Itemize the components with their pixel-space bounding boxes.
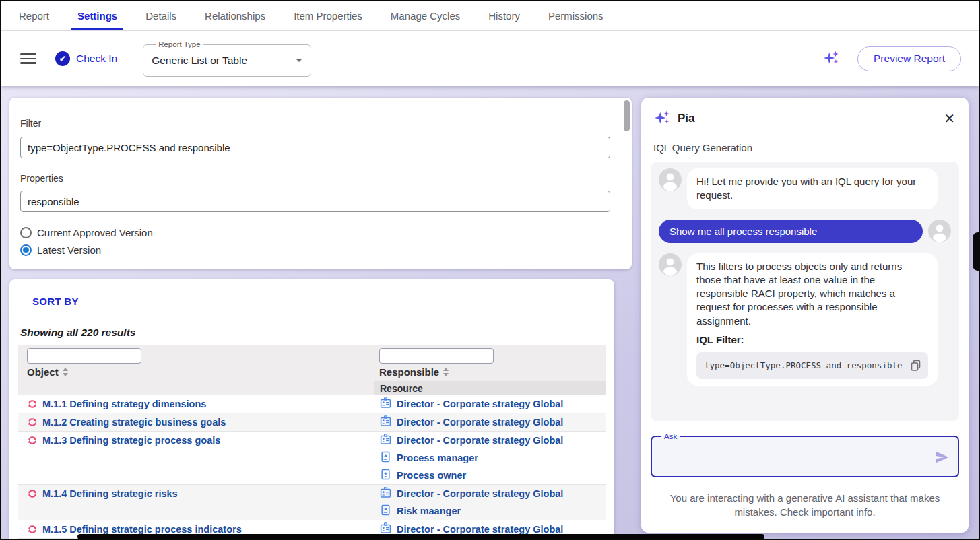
- sort-icon: [63, 368, 68, 376]
- close-icon[interactable]: ✕: [944, 112, 955, 125]
- object-cell: M.1.4 Defining strategic risks: [18, 485, 374, 520]
- copy-icon[interactable]: [909, 359, 923, 372]
- object-column-header[interactable]: Object: [27, 366, 68, 378]
- object-cell: M.1.1 Defining strategy dimensions: [18, 395, 374, 413]
- process-icon: [27, 399, 38, 409]
- chat-area: Hi! Let me provide you with an IQL query…: [651, 162, 959, 421]
- tab-settings[interactable]: Settings: [77, 1, 117, 30]
- badge-icon: [380, 487, 391, 501]
- responsible-cell: Director - Corporate strategy Global Ris…: [374, 485, 606, 520]
- pia-panel: Pia ✕ IQL Query Generation Hi! Let me pr…: [641, 98, 969, 533]
- send-icon[interactable]: [934, 449, 950, 465]
- object-link[interactable]: M.1.1 Defining strategy dimensions: [42, 395, 206, 413]
- person-doc-icon: [380, 451, 391, 465]
- object-cell: M.1.3 Defining strategic process goals: [18, 432, 374, 484]
- responsible-link[interactable]: Risk maanger: [397, 506, 461, 516]
- responsible-entry: Process manager: [374, 449, 606, 467]
- radio-icon: [20, 227, 32, 238]
- person-doc-icon: [380, 504, 391, 518]
- preview-report-button[interactable]: Preview Report: [857, 46, 961, 71]
- user-avatar: [928, 220, 951, 242]
- responsible-link[interactable]: Process manager: [397, 452, 478, 463]
- message-text: This filters to process objects only and…: [696, 261, 902, 327]
- object-link[interactable]: M.1.2 Creating strategic business goals: [42, 413, 226, 431]
- assistant-message: This filters to process objects only and…: [659, 253, 951, 386]
- table-row: M.1.4 Defining strategic risks Director …: [18, 485, 606, 520]
- iql-filter-label: IQL Filter:: [696, 333, 928, 347]
- responsible-entry: Risk maanger: [374, 502, 606, 520]
- object-filter-input[interactable]: [27, 348, 141, 364]
- pia-header: Pia ✕: [641, 98, 969, 127]
- responsible-link[interactable]: Director - Corporate strategy Global: [397, 524, 563, 535]
- table-row: M.1.2 Creating strategic business goals …: [18, 413, 606, 432]
- resource-subheader: Resource: [374, 381, 606, 395]
- main-content: Filter Properties Current Approved Versi…: [1, 86, 979, 539]
- responsible-link[interactable]: Director - Corporate strategy Global: [397, 488, 563, 499]
- table-body: M.1.1 Defining strategy dimensions Direc…: [18, 395, 606, 539]
- sort-by-button[interactable]: SORT BY: [32, 296, 79, 307]
- responsible-filter-input[interactable]: [379, 348, 494, 364]
- responsible-link[interactable]: Director - Corporate strategy Global: [397, 399, 563, 409]
- ask-label: Ask: [661, 432, 680, 440]
- responsible-entry: Process owner: [374, 467, 606, 484]
- object-link[interactable]: M.1.3 Defining strategic process goals: [42, 432, 220, 449]
- responsible-entry: Director - Corporate strategy Global: [374, 432, 606, 449]
- check-in-button[interactable]: ✔ Check In: [55, 51, 117, 66]
- results-summary: Showing all 220 results: [20, 327, 135, 339]
- report-type-label: Report Type: [156, 40, 203, 48]
- toolbar: ✔ Check In Report Type Generic List or T…: [1, 31, 979, 86]
- iql-code-chip: type=ObjectType.PROCESS and responsible: [696, 352, 928, 379]
- assistant-avatar: [659, 253, 682, 276]
- user-message: Show me all process responsible: [659, 220, 951, 243]
- responsible-entry: Director - Corporate strategy Global: [374, 413, 606, 431]
- filter-input[interactable]: [20, 137, 610, 158]
- badge-icon: [380, 415, 391, 430]
- tab-item-properties[interactable]: Item Properties: [294, 1, 362, 30]
- radio-icon: [20, 244, 32, 256]
- object-link[interactable]: M.1.4 Defining strategic risks: [42, 485, 178, 502]
- results-card: SORT BY Showing all 220 results Object R…: [9, 279, 614, 539]
- process-icon: [27, 435, 38, 446]
- side-drawer-handle[interactable]: [973, 232, 979, 271]
- radio-current-approved-version[interactable]: Current Approved Version: [20, 227, 153, 238]
- radio-latest-version[interactable]: Latest Version: [20, 244, 101, 256]
- message-text: Hi! Let me provide you with an IQL query…: [696, 176, 916, 201]
- responsible-cell: Director - Corporate strategy Global: [374, 395, 606, 413]
- tab-manage-cycles[interactable]: Manage Cycles: [391, 1, 460, 30]
- report-type-value: Generic List or Table: [152, 55, 247, 67]
- pia-subtitle: IQL Query Generation: [653, 142, 969, 154]
- table-row: M.1.1 Defining strategy dimensions Direc…: [18, 395, 606, 413]
- responsible-entry: Director - Corporate strategy Global: [374, 485, 606, 502]
- properties-input[interactable]: [20, 191, 610, 212]
- filter-card: Filter Properties Current Approved Versi…: [9, 98, 632, 269]
- badge-icon: [380, 434, 391, 448]
- object-cell: M.1.2 Creating strategic business goals: [18, 413, 374, 431]
- tab-report[interactable]: Report: [19, 1, 49, 30]
- table-header: Object Responsible Resource: [18, 345, 606, 395]
- tab-details[interactable]: Details: [145, 1, 176, 30]
- iql-code: type=ObjectType.PROCESS and responsible: [705, 360, 903, 372]
- responsible-link[interactable]: Director - Corporate strategy Global: [397, 435, 563, 446]
- assistant-avatar: [659, 168, 682, 191]
- tab-relationships[interactable]: Relationships: [205, 1, 265, 30]
- check-circle-icon: ✔: [55, 51, 70, 66]
- pia-title: Pia: [678, 112, 695, 125]
- ask-input[interactable]: [657, 442, 921, 473]
- scrollbar[interactable]: [624, 100, 630, 141]
- responsible-link[interactable]: Director - Corporate strategy Global: [397, 417, 563, 428]
- tab-permissions[interactable]: Permissions: [548, 1, 603, 30]
- app-window: Report Settings Details Relationships It…: [0, 0, 980, 540]
- person-doc-icon: [380, 469, 391, 483]
- bottom-scrollbar[interactable]: [77, 534, 764, 539]
- assistant-message: Hi! Let me provide you with an IQL query…: [659, 168, 951, 209]
- tab-history[interactable]: History: [488, 1, 520, 30]
- process-icon: [27, 524, 38, 535]
- ask-field: Ask: [651, 432, 959, 477]
- ai-sparkle-icon[interactable]: [822, 50, 840, 67]
- menu-icon[interactable]: [20, 53, 36, 64]
- responsible-column-header[interactable]: Responsible: [379, 366, 449, 378]
- report-type-select[interactable]: Report Type Generic List or Table: [143, 40, 311, 77]
- responsible-link[interactable]: Process owner: [397, 470, 466, 481]
- ai-disclaimer: You are interacting with a generative AI…: [655, 491, 955, 519]
- properties-label: Properties: [20, 173, 63, 184]
